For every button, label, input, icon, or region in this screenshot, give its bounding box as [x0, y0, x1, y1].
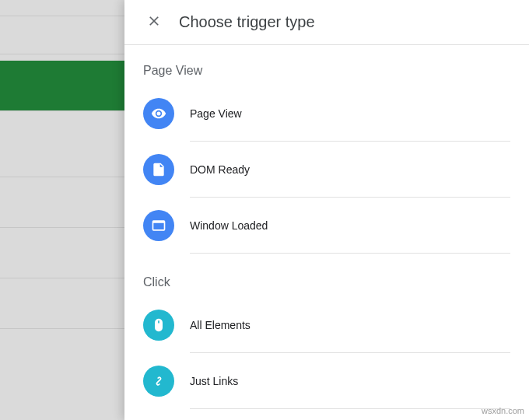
- trigger-page-view[interactable]: Page View: [143, 86, 529, 142]
- section-click: Click All Elements Just Links: [143, 275, 529, 409]
- mouse-icon: [143, 310, 174, 341]
- trigger-window-loaded[interactable]: Window Loaded: [143, 198, 529, 254]
- panel-body: Page View Page View DOM Ready Window Loa…: [124, 45, 529, 420]
- backdrop: [0, 0, 124, 420]
- trigger-label: Page View: [190, 107, 242, 120]
- trigger-just-links[interactable]: Just Links: [143, 353, 529, 409]
- section-title: Click: [143, 275, 529, 289]
- link-icon: [143, 366, 174, 397]
- trigger-label: Just Links: [190, 375, 238, 387]
- section-title: Page View: [143, 64, 529, 78]
- trigger-type-panel: Choose trigger type Page View Page View …: [124, 0, 529, 420]
- window-icon: [143, 210, 174, 241]
- panel-title: Choose trigger type: [179, 13, 315, 31]
- section-page-view: Page View Page View DOM Ready Window Loa…: [143, 64, 529, 254]
- close-button[interactable]: [138, 7, 170, 38]
- eye-icon: [143, 98, 174, 129]
- trigger-label: Window Loaded: [190, 219, 268, 232]
- trigger-dom-ready[interactable]: DOM Ready: [143, 142, 529, 198]
- trigger-label: DOM Ready: [190, 163, 250, 176]
- close-icon: [146, 13, 162, 32]
- file-icon: [143, 154, 174, 185]
- panel-header: Choose trigger type: [124, 0, 529, 45]
- trigger-all-elements[interactable]: All Elements: [143, 297, 529, 353]
- trigger-label: All Elements: [190, 319, 250, 331]
- watermark: wsxdn.com: [482, 406, 524, 415]
